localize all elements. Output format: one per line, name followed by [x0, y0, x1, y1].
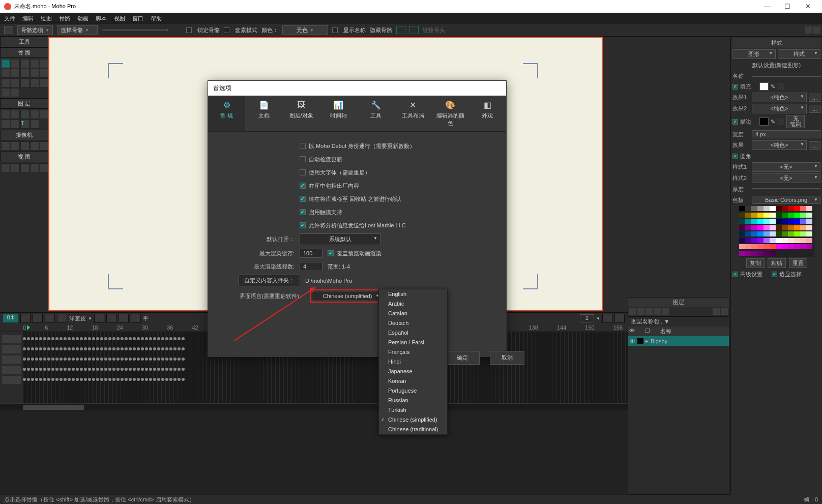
tool-9[interactable]	[30, 69, 39, 78]
language-dropdown[interactable]: Chinese (simplified)▼	[312, 291, 383, 301]
layer-row-bigsby[interactable]: 👁 ▸ Bigsby	[628, 336, 729, 346]
swatch[interactable]	[788, 238, 794, 243]
max-threads-input[interactable]	[300, 262, 322, 271]
swatch[interactable]	[806, 213, 812, 218]
eyedrop-icon[interactable]: ✎	[771, 83, 775, 90]
factory-checkbox[interactable]: ✓	[300, 183, 306, 189]
see-checkbox[interactable]: ✓	[772, 272, 777, 277]
frame-counter[interactable]: 0⬍	[3, 314, 18, 322]
shape-dropdown[interactable]: 图形▼	[732, 49, 776, 59]
n-icon[interactable]	[813, 26, 820, 34]
swatch[interactable]	[745, 231, 751, 236]
swatch[interactable]	[739, 225, 745, 230]
tool-2[interactable]	[11, 59, 20, 68]
menu-视图[interactable]: 视图	[114, 15, 125, 22]
swatch[interactable]	[757, 231, 764, 236]
bone-options-dropdown[interactable]: 骨骼选项▼	[17, 25, 53, 35]
timeline-hscroll[interactable]	[0, 403, 628, 410]
advanced-checkbox[interactable]: ✓	[732, 272, 738, 277]
recycle-checkbox[interactable]: ✓	[300, 196, 306, 202]
lang-option-fran-ais[interactable]: Français	[379, 347, 447, 357]
swatch[interactable]	[794, 244, 800, 249]
swatch[interactable]	[782, 244, 788, 249]
swatch[interactable]	[770, 231, 776, 236]
swatch[interactable]	[794, 206, 800, 211]
swatch[interactable]	[782, 219, 788, 224]
tool-4[interactable]	[30, 59, 39, 68]
ltool-1[interactable]	[1, 110, 10, 119]
swatch[interactable]	[800, 225, 806, 230]
swatch[interactable]	[782, 231, 788, 236]
default-open-dropdown[interactable]: 系统默认▼	[300, 233, 381, 245]
ltool-8[interactable]: T	[20, 120, 30, 129]
swatch[interactable]	[770, 206, 776, 211]
color-dropdown[interactable]: 无色▼	[282, 25, 328, 35]
palette-dropdown[interactable]: Basic Colors.png▼	[752, 196, 820, 204]
swatch[interactable]	[739, 244, 745, 249]
swatch[interactable]	[751, 219, 757, 224]
swatch[interactable]	[757, 219, 764, 224]
effect-dropdown[interactable]: <纯色>▼	[752, 140, 807, 150]
swatch[interactable]	[800, 219, 806, 224]
swatch[interactable]	[764, 219, 770, 224]
style2-dropdown[interactable]: <无>▼	[752, 173, 820, 183]
swatch[interactable]	[745, 238, 751, 243]
fill-extra-icon[interactable]	[777, 83, 784, 90]
swatch[interactable]	[806, 238, 812, 243]
swatch[interactable]	[745, 206, 751, 211]
swatch[interactable]	[776, 244, 782, 249]
analytics-checkbox[interactable]: ✓	[300, 222, 306, 228]
swatch[interactable]	[745, 219, 751, 224]
ltool-9[interactable]	[30, 120, 39, 129]
tool-16[interactable]	[1, 88, 10, 97]
tool-14[interactable]	[30, 78, 39, 87]
tool-7[interactable]	[11, 69, 20, 78]
swatch[interactable]	[806, 206, 812, 211]
swatch[interactable]	[739, 238, 745, 243]
hscroll-thumb[interactable]	[23, 405, 84, 410]
lock-bone-checkbox[interactable]	[186, 27, 192, 33]
swatch[interactable]	[806, 225, 812, 230]
effect-more[interactable]: ...	[809, 141, 820, 150]
custom-folder-button[interactable]: 自定义内容文件夹：	[239, 275, 300, 286]
menu-骨骼[interactable]: 骨骼	[59, 15, 70, 22]
swatch[interactable]	[764, 238, 770, 243]
swatch[interactable]	[800, 206, 806, 211]
effect2-more[interactable]: ...	[809, 105, 820, 113]
swatch[interactable]	[770, 251, 776, 256]
swatch[interactable]	[770, 219, 776, 224]
swatch[interactable]	[751, 206, 757, 211]
bone-name-input[interactable]	[102, 29, 168, 31]
track-4-icon[interactable]	[2, 366, 21, 374]
tl-btn-8[interactable]	[131, 314, 141, 323]
vtool-4[interactable]	[30, 163, 39, 172]
ctool-4[interactable]	[30, 141, 39, 151]
stroke-extra-icon[interactable]	[777, 118, 784, 125]
menu-绘图[interactable]: 绘图	[41, 15, 52, 22]
swatch[interactable]	[757, 251, 764, 256]
swatch[interactable]	[751, 231, 757, 236]
tab-常 规[interactable]: ⚙常 规	[208, 96, 245, 131]
close-button[interactable]: ✕	[798, 3, 818, 10]
tool-13[interactable]	[20, 78, 30, 87]
tab-工具[interactable]: 🔧工具	[357, 96, 394, 131]
lang-option-english[interactable]: English	[379, 289, 447, 299]
layer-btn-2[interactable]	[637, 308, 644, 315]
touch-checkbox[interactable]: ✓	[300, 209, 306, 215]
swatch[interactable]	[788, 231, 794, 236]
tool-10[interactable]	[40, 69, 49, 78]
col-lock-icon[interactable]: ☐	[645, 328, 650, 335]
swatch[interactable]	[776, 213, 782, 218]
width-input[interactable]: 4 px	[752, 130, 820, 138]
swatch[interactable]	[800, 231, 806, 236]
lang-option-deutsch[interactable]: Deutsch	[379, 318, 447, 328]
ltool-6[interactable]	[1, 120, 10, 129]
reset-button[interactable]: 重置	[789, 258, 807, 268]
track-1-icon[interactable]	[2, 335, 21, 343]
bone-icon-2[interactable]	[409, 26, 419, 34]
show-name-checkbox[interactable]	[332, 27, 338, 33]
expand-icon[interactable]: ▸	[645, 338, 649, 344]
swatch[interactable]	[788, 244, 794, 249]
swatch[interactable]	[745, 225, 751, 230]
lang-option-hindi[interactable]: Hindi	[379, 357, 447, 367]
